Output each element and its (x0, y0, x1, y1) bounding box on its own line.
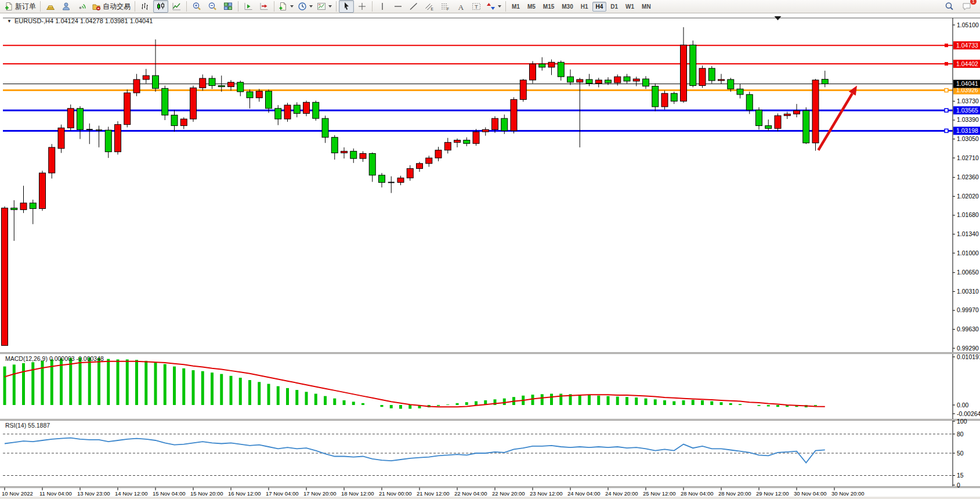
svg-text:13 Nov 23:00: 13 Nov 23:00 (77, 490, 110, 497)
auto-trading-label: 自动交易 (103, 2, 131, 12)
auto-scroll-button[interactable] (241, 0, 256, 13)
svg-text:15: 15 (957, 472, 964, 479)
vertical-line-button[interactable] (375, 0, 390, 13)
svg-text:21 Nov 12:00: 21 Nov 12:00 (417, 490, 450, 497)
zoom-in-icon (192, 2, 201, 11)
svg-text:1.04402: 1.04402 (956, 60, 978, 67)
chart-candles-button[interactable] (153, 0, 168, 13)
timeframe-mn-button[interactable]: MN (638, 2, 654, 12)
timeframe-d1-button[interactable]: D1 (607, 2, 621, 12)
svg-text:1.03050: 1.03050 (957, 135, 979, 142)
toolbar-separator (238, 1, 238, 12)
svg-text:A: A (458, 3, 464, 12)
arrows-button[interactable] (484, 0, 503, 13)
timeframe-m15-button[interactable]: M15 (540, 2, 558, 12)
tile-windows-button[interactable] (220, 0, 236, 13)
chart-shift-button[interactable] (256, 0, 272, 13)
svg-text:30 Nov 04:00: 30 Nov 04:00 (794, 490, 827, 497)
main-macd-splitter[interactable] (0, 352, 980, 354)
profiles-caret-icon (309, 5, 313, 8)
svg-text:T: T (475, 3, 478, 10)
fibonacci-icon: F (440, 2, 450, 11)
notification-badge: 1 (970, 0, 977, 5)
search-button[interactable] (942, 0, 957, 13)
svg-text:1.01000: 1.01000 (957, 250, 979, 256)
text-label-icon: T (472, 2, 481, 11)
svg-text:24 Nov 20:00: 24 Nov 20:00 (605, 490, 638, 497)
svg-text:28 Nov 20:00: 28 Nov 20:00 (718, 490, 751, 497)
macd-rsi-splitter[interactable] (0, 419, 980, 421)
community-button[interactable] (59, 0, 74, 13)
crosshair-icon (357, 2, 367, 11)
svg-text:1.03565: 1.03565 (956, 107, 978, 114)
horizontal-line-icon (393, 2, 403, 11)
auto-trading-icon (92, 2, 101, 11)
crosshair-button[interactable] (355, 0, 370, 13)
svg-text:1.00310: 1.00310 (957, 288, 979, 295)
svg-text:0.010191: 0.010191 (957, 353, 980, 360)
new-chart-caret-icon (290, 5, 294, 8)
chart-title-dropdown-icon[interactable]: ▼ (7, 19, 12, 24)
zoom-out-button[interactable] (205, 0, 220, 13)
timeframe-w1-button[interactable]: W1 (622, 2, 638, 12)
svg-text:100: 100 (957, 418, 967, 425)
svg-text:22 Nov 20:00: 22 Nov 20:00 (492, 490, 525, 497)
timeframe-m30-button[interactable]: M30 (558, 2, 576, 12)
macd-indicator-label: MACD(12,26,9) 0.000003 -0.000348 (5, 355, 104, 362)
vertical-line-icon (378, 2, 387, 11)
new-order-button[interactable]: 新订单 (2, 0, 38, 13)
zoom-in-button[interactable] (189, 0, 204, 13)
fibonacci-button[interactable]: F (437, 0, 453, 13)
chart-line-button[interactable] (169, 0, 184, 13)
text-icon: A (456, 2, 465, 11)
horizontal-line-button[interactable] (390, 0, 406, 13)
gold-button[interactable] (43, 0, 58, 13)
arrows-icon (486, 2, 496, 11)
toolbar-separator (186, 1, 187, 12)
signals-icon (77, 2, 86, 11)
chart-window[interactable]: 1.051001.037301.033901.030501.027101.023… (0, 13, 980, 499)
timeframe-h4-button[interactable]: H4 (592, 2, 607, 12)
svg-text:15 Nov 20:00: 15 Nov 20:00 (190, 490, 223, 497)
svg-text:24 Nov 04:00: 24 Nov 04:00 (567, 490, 601, 497)
templates-icon (317, 2, 326, 11)
text-button[interactable]: A (453, 0, 468, 13)
new-order-icon (4, 2, 13, 11)
svg-text:50: 50 (957, 450, 964, 457)
toolbar-separator (505, 1, 506, 12)
timeframe-m1-button[interactable]: M1 (508, 2, 523, 12)
auto-trading-button[interactable]: 自动交易 (90, 0, 132, 13)
trendline-button[interactable] (406, 0, 421, 13)
toolbar-separator (135, 1, 135, 12)
svg-text:15 Nov 04:00: 15 Nov 04:00 (153, 490, 186, 497)
timeframe-m5-button[interactable]: M5 (524, 2, 539, 12)
toolbar-separator (372, 1, 373, 12)
svg-text:-0.002642: -0.002642 (957, 410, 980, 417)
cursor-button[interactable] (339, 0, 354, 13)
chart-shift-icon (259, 2, 269, 11)
svg-text:1.02360: 1.02360 (957, 173, 979, 180)
rsi-timeaxis-splitter[interactable] (0, 486, 980, 488)
new-chart-button[interactable] (277, 0, 295, 13)
signals-button[interactable] (74, 0, 89, 13)
notifications-button[interactable]: 1 (959, 0, 974, 13)
equidistant-channel-button[interactable]: E (422, 0, 437, 13)
svg-text:25 Nov 12:00: 25 Nov 12:00 (643, 490, 676, 497)
svg-text:0: 0 (957, 482, 960, 489)
profiles-icon (298, 2, 307, 11)
svg-text:11 Nov 04:00: 11 Nov 04:00 (39, 490, 72, 497)
main-toolbar: 新订单自动交易EFATM1M5M15M30H1H4D1W1MN1 (0, 0, 980, 13)
svg-text:0.00: 0.00 (957, 402, 969, 408)
timeframe-h1-button[interactable]: H1 (577, 2, 592, 12)
svg-text:17 Nov 20:00: 17 Nov 20:00 (303, 490, 337, 497)
price-chart-canvas[interactable]: 1.051001.037301.033901.030501.027101.023… (0, 13, 980, 499)
chart-bars-button[interactable] (138, 0, 153, 13)
templates-button[interactable] (315, 0, 334, 13)
tile-windows-icon (223, 2, 233, 11)
svg-text:1.05100: 1.05100 (957, 21, 979, 28)
chart-bars-icon (140, 2, 150, 11)
svg-text:1.01340: 1.01340 (957, 230, 979, 237)
text-label-button[interactable]: T (469, 0, 484, 13)
profiles-button[interactable] (296, 0, 314, 13)
svg-text:0.99970: 0.99970 (957, 306, 979, 313)
